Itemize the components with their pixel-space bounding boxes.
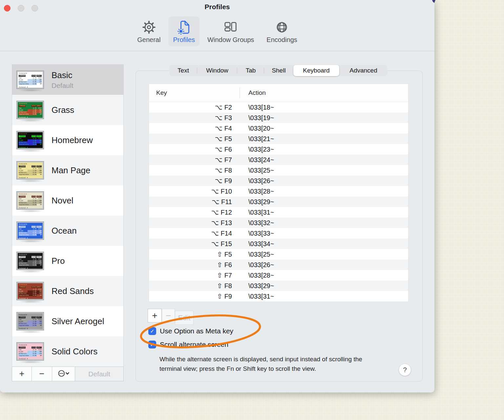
shortcut-key: ⌥F11 xyxy=(149,198,240,206)
modifier-glyph: ⇧ xyxy=(217,271,222,279)
profile-name: Silver Aerogel xyxy=(52,316,104,326)
modifier-glyph: ⌥ xyxy=(211,240,219,248)
window-title: Profiles xyxy=(0,3,434,11)
toolbar: General Profiles Window Groups Encodings xyxy=(0,16,434,46)
profile-item-novel[interactable]: Terminal# COMMAND%CPURPRVT top4.1%231KXc… xyxy=(12,185,123,216)
shortcut-action: \033[28~ xyxy=(240,272,274,279)
shortcut-key: ⌥F12 xyxy=(149,208,240,216)
checkbox-label[interactable]: Use Option as Meta key xyxy=(160,327,233,335)
shortcut-row[interactable]: ⇧F5\033[25~ xyxy=(149,249,408,260)
profile-name: Basic Default xyxy=(52,70,74,90)
profile-name: Novel xyxy=(52,196,73,206)
modifier-glyph: ⌥ xyxy=(211,208,219,216)
shortcut-row[interactable]: ⇧F7\033[28~ xyxy=(149,270,408,281)
shortcut-action: \033[33~ xyxy=(240,230,274,237)
add-profile-button[interactable]: + xyxy=(12,367,32,381)
shortcut-row[interactable]: ⌥F14\033[33~ xyxy=(149,228,408,239)
toolbar-item-encodings[interactable]: Encodings xyxy=(262,16,302,46)
modifier-glyph: ⌥ xyxy=(211,219,219,227)
shortcut-row[interactable]: ⌥F6\033[23~ xyxy=(149,144,408,155)
profile-list: Terminal# COMMAND%CPURPRVT top4.1%231KXc… xyxy=(12,64,124,381)
shortcut-key: ⌥F7 xyxy=(149,156,240,164)
shortcut-action: \033[29~ xyxy=(240,282,274,290)
add-shortcut-button[interactable]: + xyxy=(148,309,162,323)
globe-icon xyxy=(274,19,289,35)
shortcut-action: \033[23~ xyxy=(240,146,274,153)
checkbox-checked-icon[interactable]: ✓ xyxy=(148,327,156,335)
checkbox-checked-icon[interactable]: ✓ xyxy=(148,341,156,348)
shortcut-row[interactable]: ⌥F15\033[34~ xyxy=(149,239,408,249)
toolbar-item-window-groups[interactable]: Window Groups xyxy=(203,16,259,46)
toolbar-item-profiles[interactable]: Profiles xyxy=(168,16,200,46)
column-header-action[interactable]: Action xyxy=(240,89,266,96)
profile-item-man-page[interactable]: Terminal# COMMAND%CPURPRVT top4.1%231KXc… xyxy=(12,155,123,185)
toolbar-item-label: Encodings xyxy=(266,36,297,43)
shortcut-row[interactable]: ⌥F3\033[19~ xyxy=(149,113,408,123)
profile-item-homebrew[interactable]: Terminal# COMMAND%CPURPRVT top4.1%231KXc… xyxy=(12,125,123,155)
shortcut-action: \033[20~ xyxy=(240,125,274,132)
shortcut-action: \033[19~ xyxy=(240,114,274,122)
profile-thumbnail: Terminal# COMMAND%CPURPRVT top4.1%231KXc… xyxy=(17,312,47,330)
tab-advanced[interactable]: Advanced xyxy=(339,65,388,76)
shortcut-row[interactable]: ⌥F8\033[25~ xyxy=(149,165,408,176)
shortcut-row[interactable]: ⌥F9\033[26~ xyxy=(149,176,408,186)
profile-item-basic[interactable]: Terminal# COMMAND%CPURPRVT top4.1%231KXc… xyxy=(12,65,123,95)
shortcut-key: ⇧F5 xyxy=(149,250,240,258)
column-header-key[interactable]: Key xyxy=(149,84,240,102)
shortcut-key: ⌥F8 xyxy=(149,166,240,174)
title-toolbar-area: Profiles General Profiles Window Groups … xyxy=(0,0,434,51)
shortcut-key: ⌥F15 xyxy=(149,240,240,248)
profile-thumbnail: Terminal# COMMAND%CPURPRVT top4.1%231KXc… xyxy=(17,71,47,89)
default-profile-button[interactable]: Default xyxy=(75,367,124,381)
checkbox-label[interactable]: Scroll alternate screen xyxy=(160,341,228,348)
profile-item-ocean[interactable]: Terminal# COMMAND%CPURPRVT top4.1%231KXc… xyxy=(12,216,123,246)
shortcut-key: ⇧F6 xyxy=(149,261,240,269)
modifier-glyph: ⇧ xyxy=(217,292,222,300)
profile-item-silver-aerogel[interactable]: Terminal# COMMAND%CPURPRVT top4.1%231KXc… xyxy=(12,306,123,336)
profile-thumbnail: Terminal# COMMAND%CPURPRVT top4.1%231KXc… xyxy=(17,131,47,149)
profile-item-solid-colors[interactable]: Terminal# COMMAND%CPURPRVT top4.1%231KXc… xyxy=(12,336,123,367)
shortcut-row[interactable]: ⇧F9\033[31~ xyxy=(149,291,408,302)
profile-name: Grass xyxy=(52,105,74,115)
shortcut-row[interactable]: ⇧F6\033[26~ xyxy=(149,260,408,270)
tab-keyboard[interactable]: Keyboard xyxy=(293,65,339,76)
shortcut-row[interactable]: ⇧F8\033[29~ xyxy=(149,281,408,291)
toolbar-item-label: Window Groups xyxy=(207,36,254,43)
settings-tabs: TextWindowTabShellKeyboardAdvanced xyxy=(169,65,388,76)
toolbar-item-label: General xyxy=(137,36,160,43)
profile-item-grass[interactable]: Terminal# COMMAND%CPURPRVT top4.1%231KXc… xyxy=(12,95,123,125)
tab-text[interactable]: Text xyxy=(169,65,197,76)
table-header: Key Action xyxy=(149,84,408,102)
edit-shortcut-button[interactable]: Edit xyxy=(175,311,194,325)
shortcut-row[interactable]: ⌥F10\033[28~ xyxy=(149,186,408,197)
shortcut-row[interactable]: ⌥F11\033[29~ xyxy=(149,197,408,207)
shortcut-action: \033[18~ xyxy=(240,104,274,111)
shortcut-row[interactable]: ⌥F7\033[24~ xyxy=(149,155,408,165)
profile-thumbnail: Terminal# COMMAND%CPURPRVT top4.1%231KXc… xyxy=(17,161,47,179)
modifier-glyph: ⌥ xyxy=(215,114,222,122)
modifier-glyph: ⇧ xyxy=(217,261,222,269)
shortcut-row[interactable]: ⌥F4\033[20~ xyxy=(149,123,408,134)
tab-tab[interactable]: Tab xyxy=(237,65,264,76)
shortcut-key: ⌥F4 xyxy=(149,124,240,132)
toolbar-item-general[interactable]: General xyxy=(133,16,165,46)
shortcut-action: \033[25~ xyxy=(240,251,274,258)
ellipsis-circle-chevron-icon xyxy=(57,369,71,379)
shortcut-row[interactable]: ⌥F13\033[32~ xyxy=(149,218,408,228)
shortcut-row[interactable]: ⌥F5\033[21~ xyxy=(149,134,408,144)
more-options-button[interactable] xyxy=(52,367,75,381)
profile-name: Ocean xyxy=(52,226,77,236)
shortcut-action: \033[29~ xyxy=(240,198,274,206)
tab-shell[interactable]: Shell xyxy=(264,65,293,76)
tab-window[interactable]: Window xyxy=(197,65,237,76)
profile-item-pro[interactable]: Terminal# COMMAND%CPURPRVT top4.1%231KXc… xyxy=(12,246,123,276)
shortcut-key: ⌥F3 xyxy=(149,114,240,122)
shortcut-row[interactable]: ⌥F12\033[31~ xyxy=(149,207,408,218)
modifier-glyph: ⇧ xyxy=(217,250,222,258)
profile-item-red-sands[interactable]: Terminal# COMMAND%CPURPRVT top4.1%231KXc… xyxy=(12,276,123,306)
modifier-glyph: ⌥ xyxy=(215,103,222,111)
shortcut-row[interactable]: ⌥F2\033[18~ xyxy=(149,102,408,113)
help-button[interactable]: ? xyxy=(399,364,411,376)
remove-profile-button[interactable]: − xyxy=(32,367,52,381)
remove-shortcut-button[interactable]: − xyxy=(162,309,175,323)
